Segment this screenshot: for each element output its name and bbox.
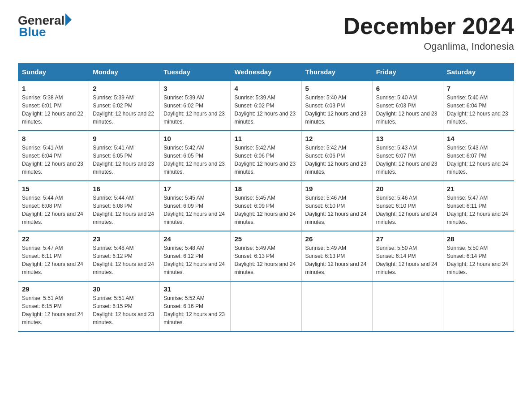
table-row: 23Sunrise: 5:48 AMSunset: 6:12 PMDayligh… [89,231,160,281]
day-info: Sunrise: 5:43 AMSunset: 6:07 PMDaylight:… [447,144,510,176]
table-row: 17Sunrise: 5:45 AMSunset: 6:09 PMDayligh… [160,181,231,231]
day-info: Sunrise: 5:40 AMSunset: 6:03 PMDaylight:… [376,94,439,126]
day-number: 26 [305,235,369,243]
day-info: Sunrise: 5:38 AMSunset: 6:01 PMDaylight:… [22,94,85,126]
table-row: 14Sunrise: 5:43 AMSunset: 6:07 PMDayligh… [443,131,514,181]
calendar-header-row: Sunday Monday Tuesday Wednesday Thursday… [18,64,514,81]
calendar-table: Sunday Monday Tuesday Wednesday Thursday… [18,63,514,332]
table-row: 19Sunrise: 5:46 AMSunset: 6:10 PMDayligh… [301,181,372,231]
day-info: Sunrise: 5:42 AMSunset: 6:05 PMDaylight:… [163,144,227,176]
day-number: 4 [234,85,297,92]
day-info: Sunrise: 5:41 AMSunset: 6:05 PMDaylight:… [93,144,156,176]
day-number: 15 [22,185,85,193]
day-number: 31 [163,285,227,293]
table-row: 7Sunrise: 5:40 AMSunset: 6:04 PMDaylight… [443,81,514,131]
day-number: 19 [305,185,369,193]
day-number: 22 [22,235,85,243]
day-info: Sunrise: 5:39 AMSunset: 6:02 PMDaylight:… [93,94,156,126]
col-friday: Friday [372,64,443,81]
day-info: Sunrise: 5:40 AMSunset: 6:04 PMDaylight:… [447,94,510,126]
day-info: Sunrise: 5:51 AMSunset: 6:15 PMDaylight:… [22,294,85,326]
day-number: 14 [447,135,510,142]
day-info: Sunrise: 5:46 AMSunset: 6:10 PMDaylight:… [376,194,439,226]
header: General Blue December 2024 Oganlima, Ind… [18,13,514,52]
calendar-week-row: 22Sunrise: 5:47 AMSunset: 6:11 PMDayligh… [18,231,514,281]
day-number: 23 [93,235,156,243]
calendar-week-row: 15Sunrise: 5:44 AMSunset: 6:08 PMDayligh… [18,181,514,231]
day-number: 13 [376,135,439,142]
table-row: 16Sunrise: 5:44 AMSunset: 6:08 PMDayligh… [89,181,160,231]
day-number: 30 [93,285,156,293]
day-info: Sunrise: 5:45 AMSunset: 6:09 PMDaylight:… [234,194,297,226]
table-row: 24Sunrise: 5:48 AMSunset: 6:12 PMDayligh… [160,231,231,281]
day-number: 12 [305,135,369,142]
table-row: 22Sunrise: 5:47 AMSunset: 6:11 PMDayligh… [18,231,89,281]
month-title: December 2024 [343,13,514,39]
table-row: 2Sunrise: 5:39 AMSunset: 6:02 PMDaylight… [89,81,160,131]
table-row: 9Sunrise: 5:41 AMSunset: 6:05 PMDaylight… [89,131,160,181]
table-row [301,281,372,331]
calendar-week-row: 29Sunrise: 5:51 AMSunset: 6:15 PMDayligh… [18,281,514,331]
day-number: 10 [163,135,227,142]
day-number: 17 [163,185,227,193]
day-info: Sunrise: 5:51 AMSunset: 6:15 PMDaylight:… [93,294,156,326]
table-row: 1Sunrise: 5:38 AMSunset: 6:01 PMDaylight… [18,81,89,131]
day-info: Sunrise: 5:42 AMSunset: 6:06 PMDaylight:… [234,144,297,176]
day-info: Sunrise: 5:44 AMSunset: 6:08 PMDaylight:… [22,194,85,226]
day-number: 2 [93,85,156,92]
col-wednesday: Wednesday [231,64,301,81]
table-row: 6Sunrise: 5:40 AMSunset: 6:03 PMDaylight… [372,81,443,131]
table-row: 25Sunrise: 5:49 AMSunset: 6:13 PMDayligh… [231,231,301,281]
day-number: 7 [447,85,510,92]
day-number: 18 [234,185,297,193]
table-row [443,281,514,331]
day-info: Sunrise: 5:42 AMSunset: 6:06 PMDaylight:… [305,144,369,176]
day-info: Sunrise: 5:46 AMSunset: 6:10 PMDaylight:… [305,194,369,226]
day-info: Sunrise: 5:45 AMSunset: 6:09 PMDaylight:… [163,194,227,226]
day-number: 5 [305,85,369,92]
day-info: Sunrise: 5:47 AMSunset: 6:11 PMDaylight:… [22,244,85,276]
table-row: 26Sunrise: 5:49 AMSunset: 6:13 PMDayligh… [301,231,372,281]
day-info: Sunrise: 5:49 AMSunset: 6:13 PMDaylight:… [305,244,369,276]
table-row: 3Sunrise: 5:39 AMSunset: 6:02 PMDaylight… [160,81,231,131]
table-row: 4Sunrise: 5:39 AMSunset: 6:02 PMDaylight… [231,81,301,131]
day-number: 25 [234,235,297,243]
table-row: 28Sunrise: 5:50 AMSunset: 6:14 PMDayligh… [443,231,514,281]
day-info: Sunrise: 5:39 AMSunset: 6:02 PMDaylight:… [163,94,227,126]
table-row: 21Sunrise: 5:47 AMSunset: 6:11 PMDayligh… [443,181,514,231]
day-info: Sunrise: 5:49 AMSunset: 6:13 PMDaylight:… [234,244,297,276]
col-tuesday: Tuesday [160,64,231,81]
table-row: 13Sunrise: 5:43 AMSunset: 6:07 PMDayligh… [372,131,443,181]
day-number: 8 [22,135,85,142]
day-number: 3 [163,85,227,92]
table-row: 27Sunrise: 5:50 AMSunset: 6:14 PMDayligh… [372,231,443,281]
day-info: Sunrise: 5:43 AMSunset: 6:07 PMDaylight:… [376,144,439,176]
logo-blue-text: Blue [18,25,72,39]
calendar-week-row: 1Sunrise: 5:38 AMSunset: 6:01 PMDaylight… [18,81,514,131]
day-info: Sunrise: 5:47 AMSunset: 6:11 PMDaylight:… [447,194,510,226]
title-section: December 2024 Oganlima, Indonesia [343,13,514,52]
col-monday: Monday [89,64,160,81]
table-row: 20Sunrise: 5:46 AMSunset: 6:10 PMDayligh… [372,181,443,231]
day-info: Sunrise: 5:52 AMSunset: 6:16 PMDaylight:… [163,294,227,326]
day-info: Sunrise: 5:41 AMSunset: 6:04 PMDaylight:… [22,144,85,176]
table-row: 12Sunrise: 5:42 AMSunset: 6:06 PMDayligh… [301,131,372,181]
table-row: 15Sunrise: 5:44 AMSunset: 6:08 PMDayligh… [18,181,89,231]
day-number: 6 [376,85,439,92]
day-number: 28 [447,235,510,243]
day-info: Sunrise: 5:39 AMSunset: 6:02 PMDaylight:… [234,94,297,126]
day-number: 20 [376,185,439,193]
table-row: 18Sunrise: 5:45 AMSunset: 6:09 PMDayligh… [231,181,301,231]
table-row: 11Sunrise: 5:42 AMSunset: 6:06 PMDayligh… [231,131,301,181]
col-thursday: Thursday [301,64,372,81]
day-number: 11 [234,135,297,142]
table-row: 29Sunrise: 5:51 AMSunset: 6:15 PMDayligh… [18,281,89,331]
table-row [372,281,443,331]
day-number: 16 [93,185,156,193]
day-number: 29 [22,285,85,293]
table-row [231,281,301,331]
logo: General Blue [18,13,72,39]
day-number: 1 [22,85,85,92]
day-number: 27 [376,235,439,243]
day-info: Sunrise: 5:40 AMSunset: 6:03 PMDaylight:… [305,94,369,126]
